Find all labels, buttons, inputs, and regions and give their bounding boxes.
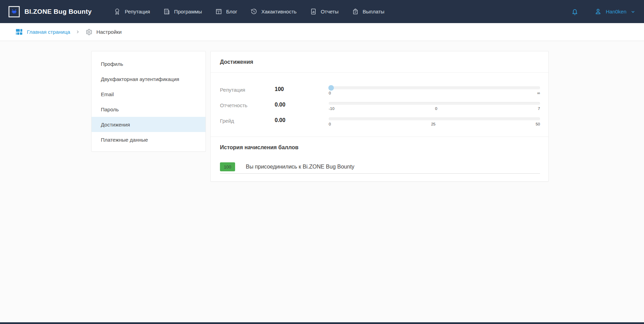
history-entry-text: Вы присоединились к Bi.ZONE Bug Bounty	[246, 164, 355, 170]
sidebar-item-payment-data[interactable]: Платежные данные	[92, 132, 205, 147]
metric-row-grade: Грейд 0.00 0 25 50	[220, 118, 540, 126]
nav-label: Отчеты	[321, 9, 339, 14]
blog-icon	[215, 8, 222, 15]
nav-item-programs[interactable]: Программы	[163, 8, 202, 15]
user-icon	[594, 8, 602, 16]
tick-mid: 25	[431, 122, 435, 126]
achievements-panel: Достижения Репутация 100 0 ∞ Отчетность …	[210, 51, 549, 182]
breadcrumb-current-label: Настройки	[96, 29, 122, 35]
nav-right: Han0ken	[571, 8, 636, 16]
metric-value: 100	[275, 86, 329, 92]
metric-row-reputation: Репутация 100 0 ∞	[220, 87, 540, 95]
nav-item-reputation[interactable]: Репутация	[114, 8, 150, 15]
points-history-title: История начисления баллов	[220, 144, 540, 151]
sidebar-item-achievements[interactable]: Достижения	[92, 117, 205, 132]
nav-item-blog[interactable]: Блог	[215, 8, 237, 15]
metric-value: 0.00	[275, 117, 329, 123]
payouts-icon	[352, 8, 359, 15]
building-icon	[163, 8, 170, 15]
slider-ticks: 0 25 50	[329, 122, 540, 126]
sidebar-item-two-factor[interactable]: Двухфакторная аутентификация	[92, 71, 205, 87]
metrics-section: Репутация 100 0 ∞ Отчетность 0.00 -10	[211, 73, 548, 137]
slider-track[interactable]	[329, 102, 540, 105]
reporting-slider[interactable]: -10 0 7	[329, 102, 540, 111]
nav-label: Выплаты	[363, 9, 384, 14]
slider-ticks: 0 ∞	[329, 91, 540, 95]
user-menu[interactable]: Han0ken	[594, 8, 636, 16]
metric-row-reporting: Отчетность 0.00 -10 0 7	[220, 102, 540, 111]
tick-mid: 0	[435, 106, 437, 111]
tick-min: 0	[329, 122, 331, 126]
metric-value: 0.00	[275, 102, 329, 108]
nav-label: Программы	[174, 9, 202, 14]
slider-track[interactable]	[329, 87, 540, 89]
slider-track[interactable]	[329, 118, 540, 120]
main-menu: Репутация Программы Блог	[114, 8, 384, 15]
dashboard-grid-icon	[15, 28, 23, 36]
footer-strip	[0, 322, 644, 324]
points-badge: 100	[220, 162, 235, 171]
settings-sidebar: Профиль Двухфакторная аутентификация Ema…	[91, 51, 206, 152]
panel-title: Достижения	[211, 51, 548, 73]
sidebar-item-profile[interactable]: Профиль	[92, 56, 205, 71]
reputation-slider[interactable]: 0 ∞	[329, 87, 540, 95]
report-icon	[310, 8, 317, 15]
tick-min: -10	[329, 106, 335, 111]
breadcrumb-home-link[interactable]: Главная страница	[15, 28, 70, 36]
chevron-right-icon	[75, 30, 80, 34]
history-entry: 100 Вы присоединились к Bi.ZONE Bug Boun…	[220, 162, 540, 174]
notifications-bell-icon[interactable]	[571, 8, 579, 16]
tick-max: 50	[536, 122, 540, 126]
tick-max: 7	[538, 106, 540, 111]
metric-label: Отчетность	[220, 102, 275, 108]
metric-label: Репутация	[220, 87, 275, 93]
slider-handle[interactable]	[328, 85, 334, 91]
nav-item-reports[interactable]: Отчеты	[310, 8, 339, 15]
bizone-logo-icon	[8, 6, 20, 18]
tick-min: 0	[329, 91, 331, 95]
chevron-down-icon	[630, 9, 636, 14]
tick-max: ∞	[537, 91, 540, 95]
nav-label: Репутация	[125, 9, 150, 14]
sidebar-item-email[interactable]: Email	[92, 87, 205, 102]
history-icon	[250, 8, 257, 15]
breadcrumb-home-label: Главная страница	[27, 29, 70, 35]
nav-label: Хакактивность	[261, 9, 296, 14]
breadcrumb-current: Настройки	[85, 28, 122, 36]
medal-icon	[114, 8, 121, 15]
sidebar-item-password[interactable]: Пароль	[92, 102, 205, 117]
breadcrumb: Главная страница Настройки	[0, 23, 644, 41]
metric-label: Грейд	[220, 118, 275, 124]
brand-title: BI.ZONE Bug Bounty	[24, 8, 92, 16]
slider-ticks: -10 0 7	[329, 106, 540, 111]
nav-item-payouts[interactable]: Выплаты	[352, 8, 384, 15]
grade-slider[interactable]: 0 25 50	[329, 118, 540, 126]
nav-label: Блог	[226, 9, 237, 14]
top-nav: BI.ZONE Bug Bounty Репутация Програм	[0, 0, 644, 23]
user-name: Han0ken	[606, 9, 626, 14]
nav-item-hackactivity[interactable]: Хакактивность	[250, 8, 296, 15]
points-history-section: История начисления баллов 100 Вы присоед…	[211, 137, 548, 181]
gear-icon	[85, 28, 93, 36]
brand-logo[interactable]: BI.ZONE Bug Bounty	[8, 6, 92, 18]
